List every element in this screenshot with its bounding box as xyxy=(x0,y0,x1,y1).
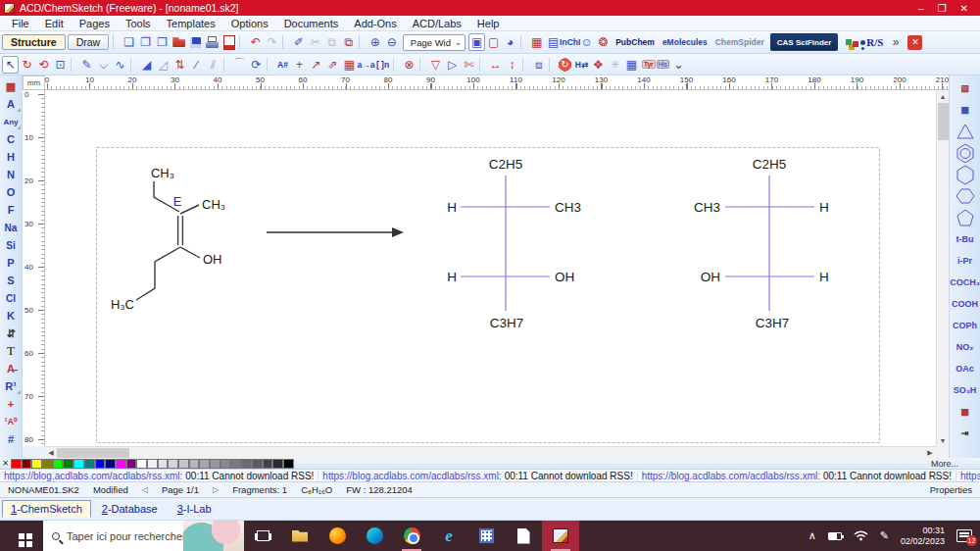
menu-item[interactable]: Edit xyxy=(37,18,72,29)
cut-icon[interactable]: ✂ xyxy=(307,33,323,51)
menu-item[interactable]: Add-Ons xyxy=(346,18,404,29)
color-swatch[interactable] xyxy=(241,459,252,469)
edge-icon[interactable] xyxy=(356,521,393,551)
clean-structure-tool[interactable]: ▽ xyxy=(427,56,444,74)
color-swatch[interactable] xyxy=(22,459,32,469)
properties-table-tool[interactable]: ▦ xyxy=(623,56,640,74)
open-folder-icon[interactable] xyxy=(171,33,187,51)
erase-icon[interactable]: ✐ xyxy=(290,33,307,51)
toolbar-overflow-chevron[interactable]: » xyxy=(887,33,904,51)
stereo-bond-tool[interactable]: ⇅ xyxy=(172,56,188,74)
chemspider-logo[interactable]: ChemSpider xyxy=(711,33,768,51)
color-swatch[interactable] xyxy=(178,459,189,469)
element-H-button[interactable]: H xyxy=(1,148,22,166)
cas-scifinder-badge[interactable]: CAS SciFinder xyxy=(770,33,839,51)
color-swatch[interactable] xyxy=(199,459,210,469)
smiley-icon[interactable]: ☺ xyxy=(578,33,595,51)
optimize-tool[interactable]: ↻ xyxy=(557,56,573,74)
new-document-icon[interactable]: ❏ xyxy=(121,33,137,51)
color-swatch[interactable] xyxy=(63,459,74,469)
tray-chevron-icon[interactable]: ∧ xyxy=(808,529,816,542)
toolbar2-overflow-chevron[interactable]: ⌄ xyxy=(670,56,687,74)
separator[interactable] xyxy=(549,57,555,73)
elemental-analysis-icon[interactable]: ❂ xyxy=(595,33,612,51)
zoom-level-select[interactable]: Page Wid xyxy=(403,34,466,51)
double-bond-tool[interactable]: ⫽ xyxy=(205,56,221,74)
objects-view-icon[interactable]: ◕ xyxy=(502,33,518,51)
horizontal-scrollbar[interactable]: ◀ ▶ xyxy=(45,446,936,458)
user-radicals-table-icon[interactable]: ▦ xyxy=(951,401,980,423)
isotope-button[interactable]: ¹A⁰ xyxy=(1,413,22,430)
separator[interactable] xyxy=(239,34,245,50)
electron-arc-tool[interactable]: ⌒ xyxy=(231,56,248,74)
color-swatch[interactable] xyxy=(11,459,22,469)
cf3-table-icon[interactable]: ▦ xyxy=(951,99,980,121)
reaction-table-tool[interactable]: ▦ xyxy=(341,56,358,74)
element-A-button[interactable]: A xyxy=(1,95,22,113)
previous-page-icon[interactable]: ◁ xyxy=(142,485,148,494)
export-pdf-icon[interactable] xyxy=(220,33,237,51)
zoom-in-icon[interactable]: ⊕ xyxy=(367,33,383,51)
menu-item[interactable]: Templates xyxy=(159,18,223,29)
no-color-button[interactable]: ✕ xyxy=(0,459,11,469)
color-swatch[interactable] xyxy=(272,459,283,469)
structure-view-icon[interactable]: ▢ xyxy=(485,33,502,51)
pen-icon[interactable]: ✎ xyxy=(880,529,889,542)
bracket-tool[interactable]: [ ]n xyxy=(374,56,391,74)
add-hydrogens-tool[interactable]: H⇄ xyxy=(573,56,590,74)
separator[interactable] xyxy=(223,57,229,73)
notification-center-icon[interactable]: 12 xyxy=(956,529,972,542)
select-tool[interactable]: ↖ xyxy=(2,56,19,74)
scroll-right-arrow[interactable]: ▶ xyxy=(924,449,936,457)
color-swatch[interactable] xyxy=(147,459,158,469)
paste-icon[interactable]: ⧉ xyxy=(340,33,357,51)
close-button[interactable]: ✕ xyxy=(960,3,968,14)
report-table-icon[interactable]: ▦ xyxy=(528,33,545,51)
vertical-scrollbar[interactable]: ▲ ▼ xyxy=(936,90,949,446)
rotate-tool[interactable]: ⟲ xyxy=(35,56,52,74)
group-COPh-button[interactable]: COPh xyxy=(951,315,980,336)
tab-database[interactable]: 2-Database xyxy=(93,500,167,518)
redo-icon[interactable]: ↷ xyxy=(264,33,280,51)
sidebar-expand-icon[interactable]: ⇥ xyxy=(951,423,980,444)
color-swatch[interactable] xyxy=(74,459,84,469)
ring-arrow-tool[interactable]: ⟳ xyxy=(248,56,265,74)
mapping-tool[interactable]: a→a xyxy=(358,56,374,74)
delete-atom-tool[interactable]: ⊗ xyxy=(401,56,417,74)
firefox-icon[interactable] xyxy=(318,521,356,551)
charge-plus-tool[interactable]: + xyxy=(291,56,308,74)
ring-benzene-button[interactable] xyxy=(951,142,980,164)
menu-item[interactable]: File xyxy=(4,18,37,29)
periodic-table-button[interactable]: ▦ xyxy=(1,77,22,95)
structure-to-name-icon[interactable] xyxy=(840,33,857,51)
separator[interactable] xyxy=(267,57,272,73)
viewer-3d-tool[interactable]: ❖ xyxy=(590,56,607,74)
tab-chemsketch[interactable]: 1-ChemSketch xyxy=(2,500,91,518)
menu-item[interactable]: Help xyxy=(469,18,508,29)
menu-item[interactable]: Options xyxy=(223,18,276,29)
color-swatch[interactable] xyxy=(84,459,95,469)
color-swatch[interactable] xyxy=(95,459,106,469)
search-box[interactable]: Taper ici pour rechercher xyxy=(43,521,244,551)
scroll-down-arrow[interactable]: ▼ xyxy=(940,434,947,446)
element-P-button[interactable]: P xyxy=(1,254,22,272)
chrome-icon[interactable] xyxy=(393,521,430,551)
color-swatch[interactable] xyxy=(220,459,231,469)
rotate-3d-tool[interactable]: ↻ xyxy=(19,56,35,74)
drawing-canvas[interactable]: CH₃ E CH₃ OH H₃C xyxy=(45,90,936,446)
group-SO3H-button[interactable]: SO₃H xyxy=(951,379,980,401)
page-view-icon[interactable]: ▣ xyxy=(468,33,485,51)
clock[interactable]: 00:31 02/02/2023 xyxy=(901,526,945,547)
valence-button[interactable]: ⇵ xyxy=(1,325,22,342)
zoom-out-icon[interactable]: ⊖ xyxy=(383,33,400,51)
group-i-Pr-button[interactable]: i-Pr xyxy=(951,250,980,272)
undo-icon[interactable]: ↶ xyxy=(247,33,264,51)
toolbar-close-button[interactable]: ✕ xyxy=(907,35,922,50)
wedge-down-bond-tool[interactable]: ◿ xyxy=(155,56,172,74)
separator[interactable] xyxy=(520,34,526,50)
color-swatch[interactable] xyxy=(158,459,169,469)
color-swatch[interactable] xyxy=(53,459,64,469)
element-N-button[interactable]: N xyxy=(1,166,22,183)
tyr-his-tool[interactable]: Tyr xyxy=(640,56,670,74)
tab-ilab[interactable]: 3-I-Lab xyxy=(169,500,220,518)
